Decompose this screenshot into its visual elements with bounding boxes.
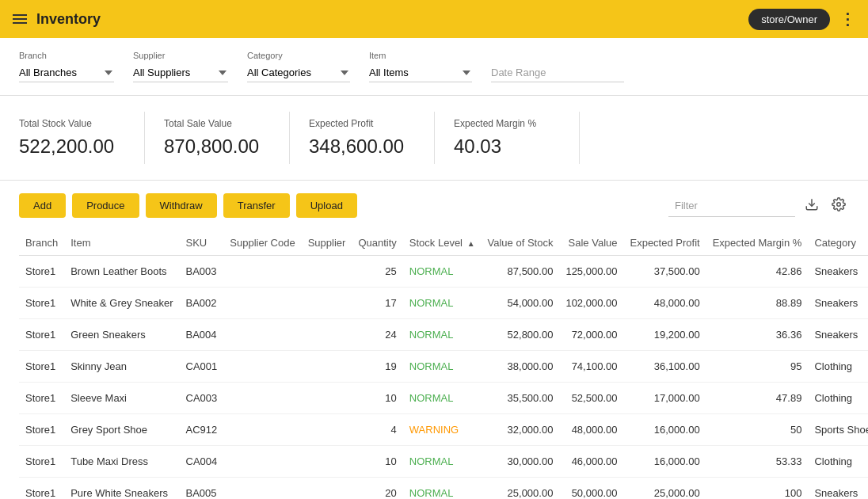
cell-item: Brown Leather Boots (64, 256, 179, 288)
cell-supplier (302, 288, 352, 319)
main-content: Branch All Branches Supplier All Supplie… (0, 38, 868, 499)
cell-value-of-stock: 54,000.00 (482, 288, 560, 319)
table-row[interactable]: Store1 Pure White Sneakers BA005 20 NORM… (19, 478, 868, 500)
cell-category: Sports Shoes (808, 414, 868, 446)
cell-value-of-stock: 25,000.00 (482, 478, 560, 500)
col-branch: Branch (19, 230, 64, 256)
metric-value-3: 40.03 (454, 135, 560, 158)
cell-sku: CA004 (180, 446, 224, 478)
more-icon[interactable]: ⋮ (839, 10, 855, 29)
cell-supplier (302, 383, 352, 414)
col-stock-level[interactable]: Stock Level ▲ (403, 230, 482, 256)
cell-quantity: 10 (352, 446, 402, 478)
col-item: Item (64, 230, 179, 256)
settings-icon[interactable] (828, 194, 849, 218)
cell-stock-level: NORMAL (403, 288, 482, 319)
cell-sale-value: 74,100.00 (559, 351, 623, 383)
category-select[interactable]: All Categories (247, 63, 350, 82)
cell-branch: Store1 (19, 319, 64, 351)
cell-sale-value: 46,000.00 (559, 446, 623, 478)
cell-category: Clothing (808, 383, 868, 414)
cell-supplier (302, 478, 352, 500)
cell-item: Tube Maxi Dress (64, 446, 179, 478)
cell-branch: Store1 (19, 351, 64, 383)
metric-label-0: Total Stock Value (19, 118, 125, 129)
cell-branch: Store1 (19, 256, 64, 288)
inventory-table-wrapper: Branch Item SKU Supplier Code Supplier Q… (0, 230, 868, 499)
cell-branch: Store1 (19, 478, 64, 500)
cell-stock-level: NORMAL (403, 383, 482, 414)
metric-value-2: 348,600.00 (309, 135, 415, 158)
header: Inventory store/Owner ⋮ (0, 0, 868, 38)
page-title: Inventory (36, 11, 101, 28)
metric-value-0: 522,200.00 (19, 135, 125, 158)
cell-supplier-code (223, 383, 301, 414)
cell-supplier (302, 414, 352, 446)
cell-value-of-stock: 30,000.00 (482, 446, 560, 478)
branch-select[interactable]: All Branches (19, 63, 114, 82)
table-row[interactable]: Store1 Sleeve Maxi CA003 10 NORMAL 35,50… (19, 383, 868, 414)
metric-label-1: Total Sale Value (164, 118, 270, 129)
cell-supplier (302, 319, 352, 351)
cell-sale-value: 72,000.00 (559, 319, 623, 351)
table-row[interactable]: Store1 Skinny Jean CA001 19 NORMAL 38,00… (19, 351, 868, 383)
cell-expected-margin: 100 (706, 478, 809, 500)
cell-expected-profit: 36,100.00 (623, 351, 706, 383)
cell-value-of-stock: 87,500.00 (482, 256, 560, 288)
metric-total-sale-value: Total Sale Value 870,800.00 (164, 112, 290, 164)
cell-expected-margin: 95 (706, 351, 809, 383)
add-button[interactable]: Add (19, 193, 66, 218)
table-row[interactable]: Store1 Grey Sport Shoe AC912 4 WARNING 3… (19, 414, 868, 446)
store-owner-button[interactable]: store/Owner (748, 9, 830, 30)
withdraw-button[interactable]: Withdraw (146, 193, 217, 218)
cell-branch: Store1 (19, 288, 64, 319)
table-filter-input[interactable] (668, 195, 795, 217)
table-row[interactable]: Store1 Tube Maxi Dress CA004 10 NORMAL 3… (19, 446, 868, 478)
col-value-of-stock: Value of Stock (482, 230, 560, 256)
cell-expected-profit: 25,000.00 (623, 478, 706, 500)
metric-expected-profit: Expected Profit 348,600.00 (309, 112, 435, 164)
cell-expected-profit: 19,200.00 (623, 319, 706, 351)
table-row[interactable]: Store1 White & Grey Sneaker BA002 17 NOR… (19, 288, 868, 319)
cell-supplier-code (223, 288, 301, 319)
cell-value-of-stock: 52,800.00 (482, 319, 560, 351)
cell-sale-value: 50,000.00 (559, 478, 623, 500)
table-row[interactable]: Store1 Green Sneakers BA004 24 NORMAL 52… (19, 319, 868, 351)
supplier-select[interactable]: All Suppliers (133, 63, 228, 82)
branch-filter: Branch All Branches (19, 51, 114, 82)
item-select[interactable]: All Items (369, 63, 472, 82)
header-right: store/Owner ⋮ (748, 9, 855, 30)
cell-supplier-code (223, 319, 301, 351)
table-row[interactable]: Store1 Brown Leather Boots BA003 25 NORM… (19, 256, 868, 288)
cell-sku: AC912 (180, 414, 224, 446)
svg-point-1 (837, 202, 841, 206)
cell-supplier-code (223, 414, 301, 446)
menu-icon[interactable] (13, 14, 27, 24)
cell-expected-profit: 48,000.00 (623, 288, 706, 319)
cell-expected-profit: 16,000.00 (623, 446, 706, 478)
cell-quantity: 20 (352, 478, 402, 500)
metric-total-stock-value: Total Stock Value 522,200.00 (19, 112, 145, 164)
branch-label: Branch (19, 51, 114, 60)
cell-quantity: 25 (352, 256, 402, 288)
cell-item: Grey Sport Shoe (64, 414, 179, 446)
produce-button[interactable]: Produce (72, 193, 139, 218)
cell-category: Sneakers (808, 478, 868, 500)
cell-expected-margin: 36.36 (706, 319, 809, 351)
cell-branch: Store1 (19, 383, 64, 414)
cell-supplier-code (223, 351, 301, 383)
cell-item: Green Sneakers (64, 319, 179, 351)
cell-quantity: 24 (352, 319, 402, 351)
supplier-filter: Supplier All Suppliers (133, 51, 228, 82)
item-label: Item (369, 51, 472, 60)
date-range-input[interactable] (491, 63, 624, 82)
cell-sale-value: 52,500.00 (559, 383, 623, 414)
upload-button[interactable]: Upload (296, 193, 357, 218)
transfer-button[interactable]: Transfer (223, 193, 290, 218)
download-icon[interactable] (801, 194, 822, 218)
cell-category: Sneakers (808, 319, 868, 351)
toolbar-right (668, 194, 849, 218)
cell-expected-profit: 16,000.00 (623, 414, 706, 446)
metrics-section: Total Stock Value 522,200.00 Total Sale … (0, 96, 868, 181)
cell-expected-margin: 47.89 (706, 383, 809, 414)
